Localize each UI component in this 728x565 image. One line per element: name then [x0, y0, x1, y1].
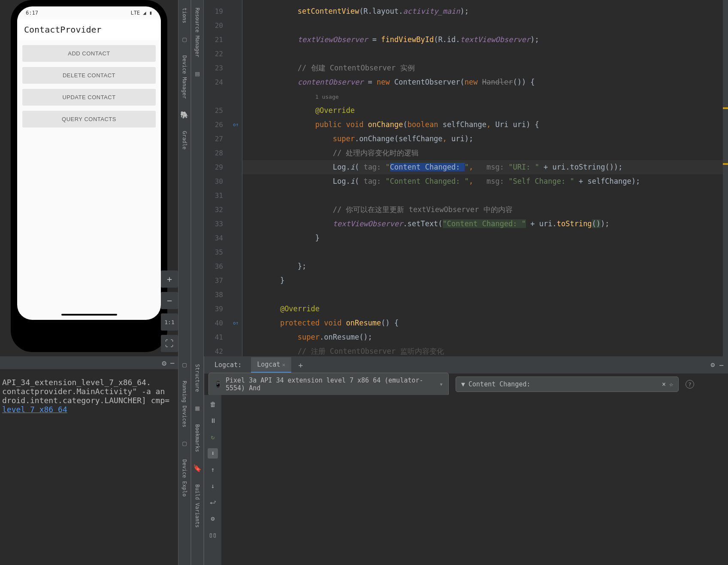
logcat-tab-label[interactable]: Logcat:	[208, 358, 248, 372]
star-icon[interactable]: ☆	[669, 380, 673, 388]
minimize-icon[interactable]: −	[170, 358, 175, 368]
rail-build-variants[interactable]: Build Variants	[194, 481, 200, 531]
status-network: LTE ◢ ▮	[130, 10, 152, 16]
add-tab-button[interactable]: +	[295, 361, 306, 370]
editor-scrollbar[interactable]	[723, 0, 728, 356]
term-line: contactprovider.MainActivity" -a an	[2, 387, 176, 396]
pause-icon[interactable]: ⏸	[208, 416, 218, 426]
zoom-out-button[interactable]: −	[161, 292, 178, 309]
query-contacts-button[interactable]: QUERY CONTACTS	[22, 111, 156, 128]
filter-input[interactable]: ▼ Content Changed: × ☆	[456, 377, 679, 392]
device-name: Pixel 3a API 34 extension level 7 x86 64…	[226, 377, 436, 392]
rail-running-devices[interactable]: Running Devices	[181, 377, 187, 431]
logcat-output[interactable]	[221, 395, 728, 565]
close-icon[interactable]: ×	[282, 361, 285, 368]
structure-icon[interactable]: ▦	[195, 404, 199, 412]
rail-device-explorer[interactable]: Device Explo	[181, 456, 187, 500]
add-contact-button[interactable]: ADD CONTACT	[22, 45, 156, 62]
side-rail-2: Resource Manager ▤	[191, 0, 204, 356]
emulator-controls: + − 1:1 ⛶	[161, 270, 178, 352]
zoom-in-button[interactable]: +	[161, 270, 178, 288]
trash-icon[interactable]: 🗑	[208, 399, 218, 410]
logcat-sidebar: 🗑 ⏸ ↻ ⬇ ↑ ↓ ⮐ ⚙ ▯▯	[204, 395, 221, 565]
delete-contact-button[interactable]: DELETE CONTACT	[22, 67, 156, 84]
filter-text: Content Changed:	[468, 380, 531, 388]
chevron-down-icon: ▾	[439, 380, 443, 388]
rail-bookmarks[interactable]: Bookmarks	[194, 421, 200, 456]
terminal-header: ⚙ −	[0, 356, 178, 369]
emulator-panel: 6:17 LTE ◢ ▮ ContactProvider ADD CONTACT…	[0, 0, 178, 356]
side-rail-3: ▢ Running Devices ▢ Device Explo	[178, 356, 191, 565]
layers-icon[interactable]: ▤	[195, 70, 199, 78]
app-buttons: ADD CONTACT DELETE CONTACT UPDATE CONTAC…	[17, 40, 161, 133]
app-title: ContactProvider	[17, 19, 161, 40]
logcat-body: 🗑 ⏸ ↻ ⬇ ↑ ↓ ⮐ ⚙ ▯▯	[204, 395, 728, 565]
gutter-marks[interactable]: o↑o↑	[230, 0, 242, 356]
phone-screen[interactable]: 6:17 LTE ◢ ▮ ContactProvider ADD CONTACT…	[17, 6, 161, 320]
rail-notifications[interactable]: tions	[181, 4, 187, 27]
terminal-link[interactable]: level 7 x86 64	[2, 405, 67, 414]
help-icon[interactable]: ?	[686, 380, 694, 389]
logcat-toolbar: 📱 Pixel 3a API 34 extension level 7 x86 …	[204, 374, 728, 395]
next-icon[interactable]: ↓	[208, 481, 218, 491]
line-gutter[interactable]: 1920212223242526272829303132333435363738…	[204, 0, 230, 356]
rail-structure[interactable]: Structure	[194, 361, 200, 395]
clear-icon[interactable]: ×	[662, 380, 666, 388]
term-line: level 7 x86 64	[2, 405, 176, 414]
device-manager-icon[interactable]: ▢	[182, 35, 187, 43]
term-line: API_34_extension_level_7_x86_64.	[2, 378, 176, 387]
rail-resource-manager[interactable]: Resource Manager	[194, 4, 200, 61]
device-explorer-icon[interactable]: ▢	[182, 439, 187, 447]
split-icon[interactable]: ▯▯	[208, 530, 218, 540]
warning-mark[interactable]	[723, 163, 728, 165]
restart-icon[interactable]: ↻	[208, 432, 218, 442]
minimize-icon[interactable]: −	[719, 361, 724, 370]
rail-gradle[interactable]: Gradle	[181, 128, 187, 153]
home-indicator[interactable]	[61, 314, 117, 316]
scroll-end-icon[interactable]: ⬇	[208, 448, 218, 459]
bookmark-icon[interactable]: 🔖	[193, 464, 202, 472]
wrap-icon[interactable]: ⮐	[208, 497, 218, 507]
status-time: 6:17	[26, 10, 38, 16]
side-rail-4: Structure ▦ Bookmarks 🔖 Build Variants	[191, 356, 204, 565]
logcat-panel: Logcat: Logcat× + ⚙ − 📱 Pixel 3a API 34 …	[204, 356, 728, 565]
code-content[interactable]: setContentView(R.layout.activity_main); …	[242, 0, 728, 356]
warning-mark[interactable]	[723, 107, 728, 109]
gear-icon[interactable]: ⚙	[162, 358, 166, 368]
prev-icon[interactable]: ↑	[208, 465, 218, 475]
phone-frame: 6:17 LTE ◢ ▮ ContactProvider ADD CONTACT…	[11, 0, 167, 352]
logcat-tabs: Logcat: Logcat× + ⚙ −	[204, 356, 728, 374]
logcat-tab-active[interactable]: Logcat×	[251, 357, 291, 373]
rail-device-manager[interactable]: Device Manager	[181, 52, 187, 102]
gear-icon[interactable]: ⚙	[711, 361, 715, 370]
status-bar: 6:17 LTE ◢ ▮	[17, 6, 161, 19]
terminal-panel[interactable]: ⚙ − API_34_extension_level_7_x86_64. con…	[0, 356, 178, 565]
settings-icon[interactable]: ⚙	[208, 513, 218, 524]
expand-button[interactable]: ⛶	[161, 335, 178, 352]
term-line: droid.intent.category.LAUNCHER] cmp=	[2, 396, 176, 405]
zoom-fit-button[interactable]: 1:1	[161, 313, 178, 331]
side-rail-1: tions ▢ Device Manager 🐘 Gradle	[178, 0, 191, 356]
update-contact-button[interactable]: UPDATE CONTACT	[22, 89, 156, 106]
gradle-icon[interactable]: 🐘	[180, 111, 189, 119]
filter-icon: ▼	[461, 380, 465, 388]
running-devices-icon[interactable]: ▢	[182, 361, 187, 369]
phone-icon: 📱	[214, 380, 222, 388]
code-editor[interactable]: 1920212223242526272829303132333435363738…	[204, 0, 728, 356]
device-selector[interactable]: 📱 Pixel 3a API 34 extension level 7 x86 …	[208, 373, 449, 396]
